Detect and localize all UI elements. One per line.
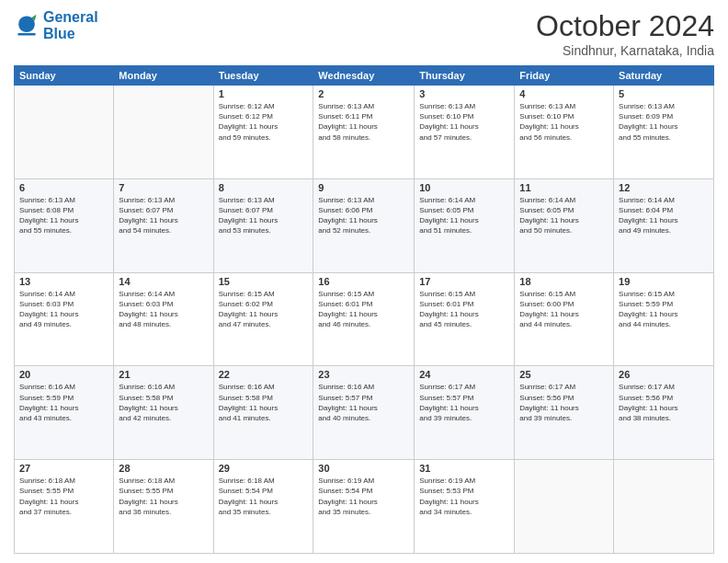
day-cell: 11Sunrise: 6:14 AM Sunset: 6:05 PM Dayli… bbox=[515, 178, 614, 272]
day-info: Sunrise: 6:16 AM Sunset: 5:57 PM Dayligh… bbox=[318, 382, 409, 423]
day-number: 24 bbox=[419, 369, 509, 380]
week-row-4: 27Sunrise: 6:18 AM Sunset: 5:55 PM Dayli… bbox=[15, 460, 714, 554]
day-info: Sunrise: 6:14 AM Sunset: 6:03 PM Dayligh… bbox=[19, 289, 108, 330]
day-info: Sunrise: 6:13 AM Sunset: 6:10 PM Dayligh… bbox=[519, 101, 609, 143]
header: General Blue October 2024 Sindhnur, Karn… bbox=[14, 9, 714, 58]
day-cell: 29Sunrise: 6:18 AM Sunset: 5:54 PM Dayli… bbox=[213, 460, 313, 554]
day-cell bbox=[614, 460, 714, 554]
day-cell bbox=[114, 86, 213, 179]
day-info: Sunrise: 6:19 AM Sunset: 5:54 PM Dayligh… bbox=[318, 476, 409, 517]
day-number: 2 bbox=[318, 88, 409, 99]
day-cell: 26Sunrise: 6:17 AM Sunset: 5:56 PM Dayli… bbox=[614, 366, 714, 460]
day-number: 1 bbox=[219, 88, 309, 99]
day-cell: 5Sunrise: 6:13 AM Sunset: 6:09 PM Daylig… bbox=[614, 86, 714, 179]
day-info: Sunrise: 6:17 AM Sunset: 5:57 PM Dayligh… bbox=[419, 382, 509, 423]
header-friday: Friday bbox=[515, 66, 614, 86]
day-info: Sunrise: 6:13 AM Sunset: 6:07 PM Dayligh… bbox=[219, 195, 309, 236]
logo: General Blue bbox=[14, 9, 98, 42]
day-info: Sunrise: 6:14 AM Sunset: 6:05 PM Dayligh… bbox=[419, 195, 509, 236]
day-number: 8 bbox=[219, 182, 309, 193]
day-info: Sunrise: 6:13 AM Sunset: 6:09 PM Dayligh… bbox=[619, 101, 709, 143]
header-sunday: Sunday bbox=[15, 66, 114, 86]
day-cell: 24Sunrise: 6:17 AM Sunset: 5:57 PM Dayli… bbox=[415, 366, 515, 460]
day-cell: 22Sunrise: 6:16 AM Sunset: 5:58 PM Dayli… bbox=[213, 366, 313, 460]
header-saturday: Saturday bbox=[614, 66, 714, 86]
week-row-3: 20Sunrise: 6:16 AM Sunset: 5:59 PM Dayli… bbox=[15, 366, 714, 460]
header-tuesday: Tuesday bbox=[213, 66, 313, 86]
day-cell: 27Sunrise: 6:18 AM Sunset: 5:55 PM Dayli… bbox=[15, 460, 114, 554]
day-cell: 7Sunrise: 6:13 AM Sunset: 6:07 PM Daylig… bbox=[114, 178, 213, 272]
day-info: Sunrise: 6:15 AM Sunset: 6:01 PM Dayligh… bbox=[318, 289, 409, 330]
day-info: Sunrise: 6:18 AM Sunset: 5:55 PM Dayligh… bbox=[119, 476, 208, 517]
title-block: October 2024 Sindhnur, Karnataka, India bbox=[536, 9, 714, 58]
day-cell: 18Sunrise: 6:15 AM Sunset: 6:00 PM Dayli… bbox=[515, 272, 614, 366]
day-cell: 4Sunrise: 6:13 AM Sunset: 6:10 PM Daylig… bbox=[515, 86, 614, 179]
logo-icon bbox=[14, 13, 40, 39]
day-number: 25 bbox=[519, 369, 609, 380]
day-info: Sunrise: 6:17 AM Sunset: 5:56 PM Dayligh… bbox=[519, 382, 609, 423]
day-number: 4 bbox=[519, 88, 609, 99]
day-info: Sunrise: 6:13 AM Sunset: 6:10 PM Dayligh… bbox=[419, 101, 509, 143]
day-info: Sunrise: 6:12 AM Sunset: 6:12 PM Dayligh… bbox=[219, 101, 309, 143]
location-title: Sindhnur, Karnataka, India bbox=[536, 43, 714, 58]
day-cell bbox=[15, 86, 114, 179]
day-number: 29 bbox=[219, 463, 309, 474]
day-number: 31 bbox=[419, 463, 509, 474]
day-number: 21 bbox=[119, 369, 208, 380]
day-info: Sunrise: 6:16 AM Sunset: 5:59 PM Dayligh… bbox=[19, 382, 108, 423]
day-number: 22 bbox=[219, 369, 309, 380]
header-row: Sunday Monday Tuesday Wednesday Thursday… bbox=[15, 66, 714, 86]
day-info: Sunrise: 6:15 AM Sunset: 6:02 PM Dayligh… bbox=[219, 289, 309, 330]
header-monday: Monday bbox=[114, 66, 213, 86]
day-info: Sunrise: 6:14 AM Sunset: 6:03 PM Dayligh… bbox=[119, 289, 208, 330]
logo-text: General Blue bbox=[43, 9, 98, 42]
calendar-page: General Blue October 2024 Sindhnur, Karn… bbox=[0, 0, 728, 563]
day-number: 7 bbox=[119, 182, 208, 193]
day-info: Sunrise: 6:15 AM Sunset: 6:01 PM Dayligh… bbox=[419, 289, 509, 330]
day-number: 3 bbox=[419, 88, 509, 99]
day-cell: 25Sunrise: 6:17 AM Sunset: 5:56 PM Dayli… bbox=[515, 366, 614, 460]
calendar-table: Sunday Monday Tuesday Wednesday Thursday… bbox=[14, 65, 714, 554]
day-cell: 12Sunrise: 6:14 AM Sunset: 6:04 PM Dayli… bbox=[614, 178, 714, 272]
day-number: 30 bbox=[318, 463, 409, 474]
day-number: 14 bbox=[119, 276, 208, 287]
day-number: 27 bbox=[19, 463, 108, 474]
day-info: Sunrise: 6:13 AM Sunset: 6:11 PM Dayligh… bbox=[318, 101, 409, 143]
day-info: Sunrise: 6:15 AM Sunset: 5:59 PM Dayligh… bbox=[619, 289, 709, 330]
day-number: 28 bbox=[119, 463, 208, 474]
day-number: 20 bbox=[19, 369, 108, 380]
day-number: 5 bbox=[619, 88, 709, 99]
day-number: 12 bbox=[619, 182, 709, 193]
day-cell: 28Sunrise: 6:18 AM Sunset: 5:55 PM Dayli… bbox=[114, 460, 213, 554]
day-cell: 23Sunrise: 6:16 AM Sunset: 5:57 PM Dayli… bbox=[313, 366, 415, 460]
day-info: Sunrise: 6:14 AM Sunset: 6:05 PM Dayligh… bbox=[519, 195, 609, 236]
svg-rect-0 bbox=[17, 33, 35, 36]
day-number: 10 bbox=[419, 182, 509, 193]
day-number: 13 bbox=[19, 276, 108, 287]
day-number: 11 bbox=[519, 182, 609, 193]
day-info: Sunrise: 6:17 AM Sunset: 5:56 PM Dayligh… bbox=[619, 382, 709, 423]
day-cell: 31Sunrise: 6:19 AM Sunset: 5:53 PM Dayli… bbox=[415, 460, 515, 554]
day-cell: 8Sunrise: 6:13 AM Sunset: 6:07 PM Daylig… bbox=[213, 178, 313, 272]
day-info: Sunrise: 6:15 AM Sunset: 6:00 PM Dayligh… bbox=[519, 289, 609, 330]
day-info: Sunrise: 6:13 AM Sunset: 6:07 PM Dayligh… bbox=[119, 195, 208, 236]
day-cell: 6Sunrise: 6:13 AM Sunset: 6:08 PM Daylig… bbox=[15, 178, 114, 272]
day-cell: 2Sunrise: 6:13 AM Sunset: 6:11 PM Daylig… bbox=[313, 86, 415, 179]
week-row-0: 1Sunrise: 6:12 AM Sunset: 6:12 PM Daylig… bbox=[15, 86, 714, 179]
day-number: 16 bbox=[318, 276, 409, 287]
week-row-1: 6Sunrise: 6:13 AM Sunset: 6:08 PM Daylig… bbox=[15, 178, 714, 272]
month-title: October 2024 bbox=[536, 9, 714, 43]
day-cell: 20Sunrise: 6:16 AM Sunset: 5:59 PM Dayli… bbox=[15, 366, 114, 460]
day-info: Sunrise: 6:16 AM Sunset: 5:58 PM Dayligh… bbox=[119, 382, 208, 423]
day-number: 15 bbox=[219, 276, 309, 287]
day-number: 17 bbox=[419, 276, 509, 287]
day-cell: 14Sunrise: 6:14 AM Sunset: 6:03 PM Dayli… bbox=[114, 272, 213, 366]
day-cell: 19Sunrise: 6:15 AM Sunset: 5:59 PM Dayli… bbox=[614, 272, 714, 366]
day-cell: 3Sunrise: 6:13 AM Sunset: 6:10 PM Daylig… bbox=[415, 86, 515, 179]
day-cell: 9Sunrise: 6:13 AM Sunset: 6:06 PM Daylig… bbox=[313, 178, 415, 272]
day-number: 23 bbox=[318, 369, 409, 380]
day-cell: 15Sunrise: 6:15 AM Sunset: 6:02 PM Dayli… bbox=[213, 272, 313, 366]
header-thursday: Thursday bbox=[415, 66, 515, 86]
day-cell: 10Sunrise: 6:14 AM Sunset: 6:05 PM Dayli… bbox=[415, 178, 515, 272]
day-info: Sunrise: 6:16 AM Sunset: 5:58 PM Dayligh… bbox=[219, 382, 309, 423]
